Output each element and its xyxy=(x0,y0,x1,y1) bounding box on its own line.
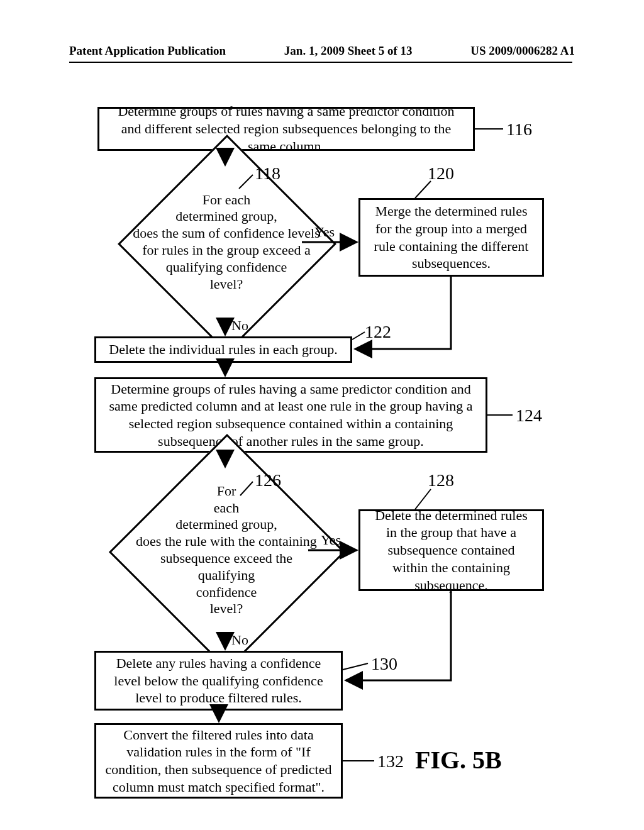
svg-line-10 xyxy=(415,181,431,198)
step-text-122: Delete the individual rules in each grou… xyxy=(109,341,338,358)
step-text-120: Merge the determined rules for the group… xyxy=(369,202,533,272)
svg-line-15 xyxy=(343,663,368,670)
header-right: US 2009/0006282 A1 xyxy=(470,44,575,58)
step-box-128: Delete the determined rules in the group… xyxy=(358,509,544,591)
step-box-124: Determine groups of rules having a same … xyxy=(94,377,487,453)
step-text-132: Convert the filtered rules into data val… xyxy=(105,726,332,796)
page-header: Patent Application Publication Jan. 1, 2… xyxy=(0,44,644,58)
ref-num-122: 122 xyxy=(365,322,391,342)
ref-num-116: 116 xyxy=(506,119,532,140)
step-box-122: Delete the individual rules in each grou… xyxy=(94,336,352,363)
header-rule xyxy=(69,62,572,63)
step-box-132: Convert the filtered rules into data val… xyxy=(94,723,343,799)
ref-num-128: 128 xyxy=(428,470,454,490)
figure-label: FIG. 5B xyxy=(415,745,502,775)
ref-num-130: 130 xyxy=(371,654,397,674)
decision-text-118: For each determined group, does the sum … xyxy=(113,163,340,321)
ref-num-120: 120 xyxy=(428,163,454,184)
ref-num-132: 132 xyxy=(377,751,404,772)
header-left: Patent Application Publication xyxy=(69,44,226,58)
svg-line-11 xyxy=(352,332,365,340)
header-center: Jan. 1, 2009 Sheet 5 of 13 xyxy=(284,44,413,58)
step-box-130: Delete any rules having a confidence lev… xyxy=(94,651,343,711)
page: Patent Application Publication Jan. 1, 2… xyxy=(0,0,644,830)
step-text-124: Determine groups of rules having a same … xyxy=(105,380,477,450)
step-text-130: Delete any rules having a confidence lev… xyxy=(105,655,332,707)
step-box-120: Merge the determined rules for the group… xyxy=(358,198,544,277)
step-text-128: Delete the determined rules in the group… xyxy=(369,507,533,594)
step-box-116: Determine groups of rules having a same … xyxy=(97,107,475,151)
step-text-116: Determine groups of rules having a same … xyxy=(108,102,464,155)
decision-text-126: For each determined group, does the rule… xyxy=(110,465,343,635)
ref-num-124: 124 xyxy=(516,406,542,426)
